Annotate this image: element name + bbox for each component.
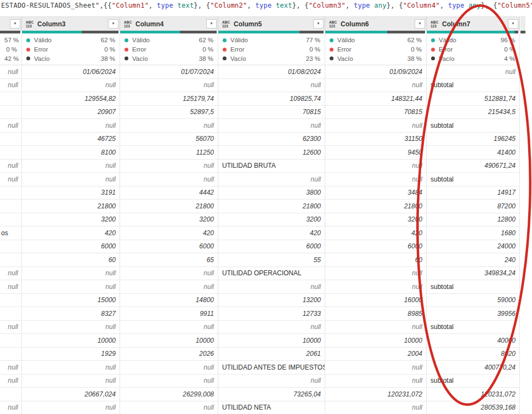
- cell[interactable]: null: [22, 375, 120, 388]
- column-header-column4[interactable]: ABC123Column4▼: [120, 16, 218, 31]
- cell[interactable]: 12600: [218, 146, 325, 159]
- cell[interactable]: null: [0, 267, 22, 280]
- filter-dropdown-button[interactable]: ▼: [508, 19, 518, 29]
- cell[interactable]: null: [0, 375, 22, 388]
- cell[interactable]: subtotal: [427, 119, 520, 132]
- cell[interactable]: 65: [120, 253, 218, 266]
- cell[interactable]: null: [120, 321, 218, 334]
- cell[interactable]: 120231,072: [325, 388, 427, 401]
- cell[interactable]: UTILIDAD OPERACIONAL: [218, 267, 325, 280]
- cell[interactable]: null: [22, 79, 120, 92]
- cell[interactable]: null: [22, 280, 120, 293]
- cell[interactable]: 420: [218, 226, 325, 240]
- cell[interactable]: [0, 334, 22, 347]
- cell[interactable]: null: [22, 160, 120, 173]
- cell[interactable]: 20667,024: [22, 388, 120, 401]
- column-type-icon[interactable]: ABC123: [124, 20, 132, 28]
- cell[interactable]: 15000: [22, 294, 120, 307]
- cell[interactable]: 1929: [22, 348, 120, 361]
- cell[interactable]: subtotal: [427, 321, 520, 334]
- filter-dropdown-button[interactable]: ▼: [415, 19, 425, 29]
- cell[interactable]: 60: [22, 253, 120, 266]
- cell[interactable]: null: [325, 173, 427, 186]
- cell[interactable]: 70815: [218, 106, 325, 119]
- cell[interactable]: null: [325, 321, 427, 334]
- cell[interactable]: 20907: [22, 106, 120, 119]
- cell[interactable]: UTILIDAD NETA: [218, 401, 325, 414]
- cell[interactable]: null: [120, 401, 218, 414]
- cell[interactable]: null: [325, 267, 427, 280]
- cell[interactable]: 4442: [120, 186, 218, 200]
- cell[interactable]: 400770,24: [427, 361, 520, 374]
- column-header-column5[interactable]: ABC123Column5▼: [218, 16, 325, 31]
- cell[interactable]: 59000: [427, 294, 520, 307]
- cell[interactable]: 3200: [120, 213, 218, 226]
- filter-dropdown-button[interactable]: ▼: [313, 19, 324, 29]
- cell[interactable]: 490671,24: [427, 160, 520, 173]
- cell[interactable]: 3200: [22, 213, 120, 226]
- cell[interactable]: null: [0, 79, 22, 92]
- cell[interactable]: 70815: [325, 106, 427, 119]
- cell[interactable]: 6000: [120, 240, 218, 253]
- cell[interactable]: 9450: [325, 146, 427, 159]
- cell[interactable]: subtotal: [427, 280, 520, 293]
- cell[interactable]: subtotal: [427, 173, 520, 186]
- cell[interactable]: null: [218, 119, 325, 132]
- cell[interactable]: null: [22, 173, 120, 186]
- cell[interactable]: [0, 133, 22, 146]
- cell[interactable]: 62300: [218, 133, 325, 146]
- cell[interactable]: 129554,82: [22, 92, 120, 105]
- cell[interactable]: 21800: [22, 200, 120, 213]
- cell[interactable]: 2004: [325, 348, 427, 361]
- cell[interactable]: null: [325, 280, 427, 293]
- cell[interactable]: UTILIDAD ANTES DE IMPUESTOS: [218, 361, 325, 374]
- cell[interactable]: 16000: [325, 294, 427, 307]
- cell[interactable]: 60: [325, 253, 427, 266]
- filter-dropdown-button[interactable]: ▼: [10, 19, 20, 29]
- cell[interactable]: 9911: [120, 307, 218, 320]
- cell[interactable]: 01/07/2024: [120, 65, 218, 78]
- cell[interactable]: 55: [218, 253, 325, 266]
- cell[interactable]: 3484: [325, 186, 427, 200]
- cell[interactable]: null: [0, 321, 22, 334]
- cell[interactable]: [0, 388, 22, 401]
- cell[interactable]: 87200: [427, 200, 520, 213]
- cell[interactable]: 26299,008: [120, 388, 218, 401]
- cell[interactable]: 8327: [22, 307, 120, 320]
- cell[interactable]: 349834,24: [427, 267, 520, 280]
- cell[interactable]: 120231,072: [427, 388, 520, 401]
- column-type-icon[interactable]: ABC123: [222, 20, 230, 28]
- cell[interactable]: null: [325, 79, 427, 92]
- cell[interactable]: 2026: [120, 348, 218, 361]
- cell[interactable]: subtotal: [427, 79, 520, 92]
- cell[interactable]: 01/09/2024: [325, 65, 427, 78]
- cell[interactable]: 215434,5: [427, 106, 520, 119]
- cell[interactable]: 41400: [427, 146, 520, 159]
- cell[interactable]: null: [0, 119, 22, 132]
- cell[interactable]: null: [120, 361, 218, 374]
- column-type-icon[interactable]: ABC123: [26, 20, 33, 28]
- column-header-column6[interactable]: ABC123Column6▼: [325, 16, 427, 31]
- cell[interactable]: [0, 106, 22, 119]
- cell[interactable]: null: [325, 160, 427, 173]
- cell[interactable]: null: [120, 375, 218, 388]
- cell[interactable]: [0, 294, 22, 307]
- cell[interactable]: null: [22, 401, 120, 414]
- cell[interactable]: 12733: [218, 307, 325, 320]
- cell[interactable]: [0, 146, 22, 159]
- cell[interactable]: 420: [325, 226, 427, 240]
- cell[interactable]: 1680: [427, 226, 520, 240]
- cell[interactable]: null: [218, 321, 325, 334]
- cell[interactable]: 3800: [218, 186, 325, 200]
- column-type-icon[interactable]: ABC123: [329, 20, 337, 28]
- cell[interactable]: [0, 348, 22, 361]
- cell[interactable]: null: [218, 79, 325, 92]
- cell[interactable]: null: [0, 361, 22, 374]
- cell[interactable]: null: [218, 280, 325, 293]
- column-header-column3[interactable]: ABC123Column3▼: [22, 16, 120, 31]
- cell[interactable]: 10000: [22, 334, 120, 347]
- cell[interactable]: 8985: [325, 307, 427, 320]
- cell[interactable]: 10000: [218, 334, 325, 347]
- cell[interactable]: null: [218, 375, 325, 388]
- cell[interactable]: null: [22, 267, 120, 280]
